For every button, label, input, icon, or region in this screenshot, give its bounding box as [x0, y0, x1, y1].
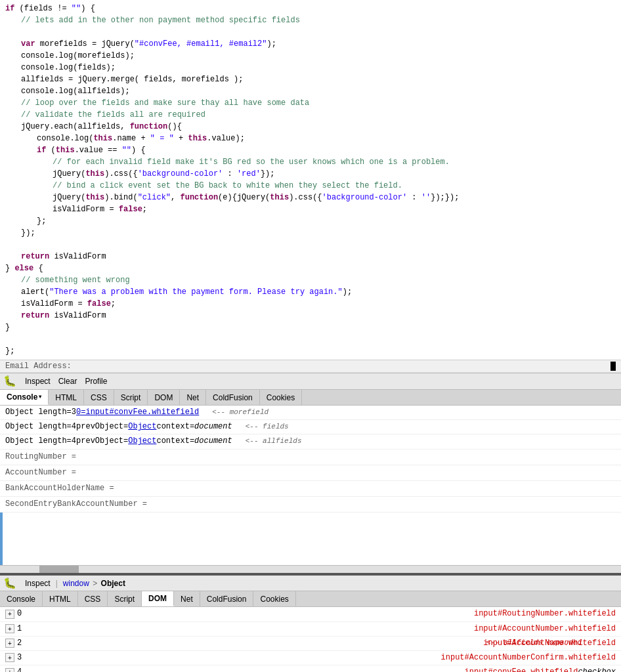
code-line: jQuery(this).bind("click", function(e){j…	[0, 192, 621, 203]
tab-script[interactable]: Script	[114, 390, 148, 405]
console-line-routing: RoutingNumber =	[0, 450, 621, 465]
breadcrumb: window > Object	[63, 579, 125, 588]
inspect-button[interactable]: Inspect	[21, 375, 54, 387]
breadcrumb-window[interactable]: window	[63, 579, 89, 588]
console-tab-arrow-icon: ▾	[39, 394, 41, 400]
code-line: };	[0, 345, 621, 357]
fields-label: <-- fields	[246, 421, 289, 433]
code-line: isValidForm = false;	[0, 203, 621, 215]
code-line: });	[0, 227, 621, 239]
email-bar: Email Address:	[0, 360, 621, 373]
breadcrumb-separator-1: |	[56, 579, 58, 588]
firebug-logo-icon: 🐛	[3, 374, 17, 388]
profile-button[interactable]: Profile	[81, 375, 111, 387]
code-line: console.log(fields);	[0, 62, 621, 74]
dom-tab-html[interactable]: HTML	[43, 591, 78, 606]
tab-coldfusion[interactable]: ColdFusion	[206, 390, 260, 405]
code-line: // bind a click event set the BG back to…	[0, 180, 621, 192]
dom-panel-tabs: Console HTML CSS Script DOM Net ColdFusi…	[0, 591, 621, 607]
code-editor: if (fields != "") { // lets add in the o…	[0, 0, 621, 360]
tab-cookies[interactable]: Cookies	[260, 390, 302, 405]
code-line: }	[0, 322, 621, 333]
code-line: if (fields != "") {	[0, 3, 621, 14]
code-line: jQuery(this).css({'background-color' : '…	[0, 168, 621, 180]
code-line: } else {	[0, 262, 621, 274]
email-bar-cursor	[610, 362, 616, 371]
code-line: // validate the fields all are required	[0, 109, 621, 121]
email-bar-label: Email Address:	[5, 362, 610, 371]
code-line: isValidForm = false;	[0, 298, 621, 310]
tab-dom[interactable]: DOM	[148, 390, 180, 405]
code-line: if (this.value == "") {	[0, 144, 621, 156]
code-line: };	[0, 215, 621, 227]
expand-btn-3[interactable]: +	[5, 653, 14, 662]
code-line: console.log(morefields);	[0, 50, 621, 62]
console-empty-area	[0, 513, 621, 565]
dom-tab-css[interactable]: CSS	[78, 591, 108, 606]
dom-row-3: + 3 input#AccountNumberConfirm.whitefiel…	[0, 651, 621, 665]
console-line-bankname: BankAccountHolderName =	[0, 481, 621, 497]
code-line: alert("There was a problem with the paym…	[0, 286, 621, 298]
code-line	[0, 26, 621, 38]
inspect-bottom-button[interactable]: Inspect	[21, 578, 54, 589]
code-line: // for each invalid field make it's BG r…	[0, 156, 621, 168]
breadcrumb-object: Object	[101, 579, 125, 588]
tab-html[interactable]: HTML	[49, 390, 84, 405]
code-line: allfields = jQuery.merge( fields, morefi…	[0, 74, 621, 85]
scrollbar-thumb[interactable]	[39, 566, 79, 573]
bottom-toolbar: 🐛 Inspect | window > Object	[0, 574, 621, 591]
allfields-expanded-label: <-- allfields expanded	[486, 637, 582, 649]
dom-row-2: + 2 input#AccountName.whitefield <-- all…	[0, 637, 621, 651]
console-line-morefield: Object length=3 0=input#convFee.whitefie…	[0, 406, 621, 420]
code-line: // something went wrong	[0, 274, 621, 286]
breadcrumb-sep-icon: >	[93, 579, 99, 588]
code-line: // loop over the fields and make sure th…	[0, 97, 621, 109]
console-line-fields: Object length=4 prevObject= Object conte…	[0, 420, 621, 434]
expand-btn-2[interactable]: +	[5, 639, 14, 648]
firebug-toolbar: 🐛 Inspect Clear Profile	[0, 373, 621, 390]
code-line: return isValidForm	[0, 251, 621, 262]
tab-net[interactable]: Net	[180, 390, 206, 405]
dom-tab-script[interactable]: Script	[108, 591, 142, 606]
dom-row-0: + 0 input#RoutingNumber.whitefield	[0, 607, 621, 621]
code-line: // lets add in the other non payment met…	[0, 14, 621, 26]
tab-console[interactable]: Console ▾	[0, 390, 49, 405]
dom-tab-console[interactable]: Console	[0, 591, 43, 606]
console-line-secondentry: SecondEntryBankAccountNumber =	[0, 497, 621, 513]
console-line-account: AccountNumber =	[0, 465, 621, 481]
dom-row-4: + 4 input#convFee.whitefield checkbox	[0, 665, 621, 672]
allfields-label: <-- allfields	[246, 436, 302, 448]
morefield-label: <-- morefield	[212, 407, 268, 419]
dom-tab-net[interactable]: Net	[174, 591, 200, 606]
dom-panel: + 0 input#RoutingNumber.whitefield + 1 i…	[0, 607, 621, 672]
code-line: console.log(allfields);	[0, 85, 621, 97]
code-line	[0, 239, 621, 251]
expand-btn-1[interactable]: +	[5, 624, 14, 633]
code-line: jQuery.each(allfields, function(){	[0, 121, 621, 133]
dom-row-1: + 1 input#AccountNumber.whitefield	[0, 622, 621, 637]
console-panel: Object length=3 0=input#convFee.whitefie…	[0, 406, 621, 574]
tab-css[interactable]: CSS	[84, 390, 114, 405]
clear-button[interactable]: Clear	[54, 375, 81, 387]
dom-tab-dom[interactable]: DOM	[142, 591, 174, 606]
code-line	[0, 333, 621, 345]
top-panel-tabs: Console ▾ HTML CSS Script DOM Net ColdFu…	[0, 390, 621, 406]
code-line: return isValidForm	[0, 310, 621, 322]
expand-btn-4[interactable]: +	[5, 668, 14, 672]
code-line: console.log(this.name + " = " + this.val…	[0, 133, 621, 144]
horizontal-scrollbar[interactable]	[0, 565, 621, 573]
code-line: var morefields = jQuery("#convFee, #emai…	[0, 38, 621, 50]
dom-tab-coldfusion[interactable]: ColdFusion	[200, 591, 254, 606]
expand-btn-0[interactable]: +	[5, 610, 14, 619]
left-blue-bar	[0, 513, 3, 565]
console-line-allfields: Object length=4 prevObject= Object conte…	[0, 434, 621, 449]
firebug-logo-bottom-icon: 🐛	[3, 576, 17, 591]
dom-tab-cookies[interactable]: Cookies	[253, 591, 295, 606]
